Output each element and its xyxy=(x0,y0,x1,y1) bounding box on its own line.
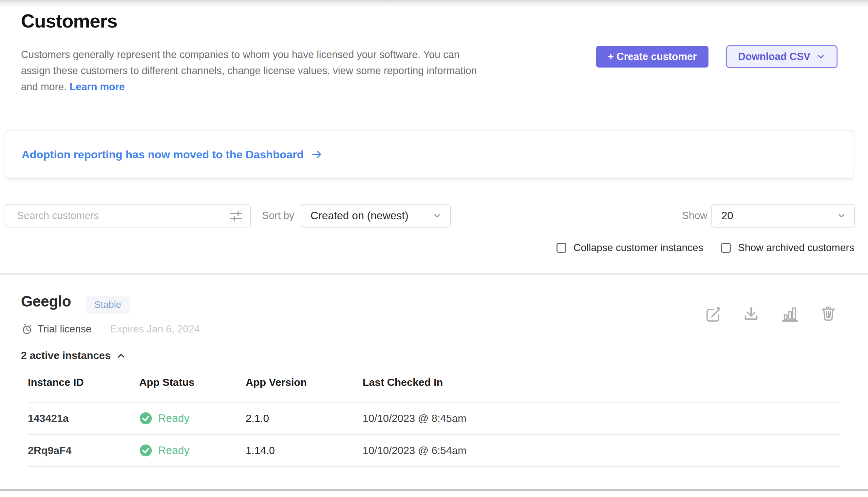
chevron-down-icon xyxy=(432,211,442,221)
edit-icon xyxy=(703,304,722,323)
app-version-cell: 2.1.0 xyxy=(246,412,363,425)
section-divider xyxy=(0,273,868,275)
sliders-icon[interactable] xyxy=(229,209,243,223)
sort-by-label: Sort by xyxy=(262,210,294,222)
download-csv-button[interactable]: Download CSV xyxy=(726,45,838,68)
license-type: Trial license xyxy=(38,323,91,335)
collapse-instances-label: Collapse customer instances xyxy=(574,242,703,254)
app-version-cell: 1.14.0 xyxy=(246,444,363,457)
check-circle-icon xyxy=(139,444,152,457)
delete-customer-button[interactable] xyxy=(819,304,838,323)
customers-page: Customers Customers generally represent … xyxy=(0,0,868,497)
bar-chart-icon xyxy=(781,304,799,323)
edit-customer-button[interactable] xyxy=(703,304,722,323)
show-archived-label: Show archived customers xyxy=(738,242,854,254)
adoption-banner-text: Adoption reporting has now moved to the … xyxy=(21,148,304,161)
trash-icon xyxy=(819,304,838,323)
column-header-instance-id: Instance ID xyxy=(28,377,139,388)
sort-select-value: Created on (newest) xyxy=(310,210,409,222)
learn-more-link[interactable]: Learn more xyxy=(70,81,125,93)
bottom-divider xyxy=(0,489,868,491)
stopwatch-icon xyxy=(21,323,33,335)
customer-name: Geeglo xyxy=(21,293,71,310)
last-checked-in-cell: 10/10/2023 @ 6:54am xyxy=(363,444,840,457)
show-archived-checkbox[interactable]: Show archived customers xyxy=(721,242,854,254)
channel-badge: Stable xyxy=(86,296,130,314)
table-row: 143421a Ready 2.1.0 10/10/2023 @ 8:45am xyxy=(28,402,840,435)
description-line: assign these customers to different chan… xyxy=(21,65,477,76)
download-icon xyxy=(742,304,760,323)
arrow-right-icon xyxy=(310,148,323,161)
page-description: Customers generally represent the compan… xyxy=(21,46,571,95)
instance-id-cell: 2Rq9aF4 xyxy=(28,444,139,457)
license-expiry: Expires Jan 6, 2024 xyxy=(110,323,200,335)
customer-actions xyxy=(703,304,838,323)
chevron-up-icon xyxy=(116,351,127,361)
chevron-down-icon xyxy=(837,211,847,221)
instance-table: Instance ID App Status App Version Last … xyxy=(28,377,840,467)
table-row: 2Rq9aF4 Ready 1.14.0 10/10/2023 @ 6:54am xyxy=(28,435,840,467)
show-label: Show xyxy=(682,210,707,222)
sort-select[interactable]: Created on (newest) xyxy=(301,204,451,228)
table-header-row: Instance ID App Status App Version Last … xyxy=(28,377,840,402)
adoption-banner[interactable]: Adoption reporting has now moved to the … xyxy=(4,130,854,179)
show-select-value: 20 xyxy=(721,210,733,222)
app-status-label: Ready xyxy=(158,412,189,425)
description-line: Customers generally represent the compan… xyxy=(21,49,459,60)
download-csv-label: Download CSV xyxy=(738,51,810,62)
column-header-last-checked-in: Last Checked In xyxy=(363,377,840,388)
instance-id-cell: 143421a xyxy=(28,412,139,425)
customer-analytics-button[interactable] xyxy=(780,304,799,323)
column-header-app-status: App Status xyxy=(139,377,246,388)
app-status-cell: Ready xyxy=(139,444,246,457)
app-status-label: Ready xyxy=(158,444,189,457)
column-header-app-version: App Version xyxy=(246,377,363,388)
chevron-down-icon xyxy=(816,52,825,61)
create-customer-button[interactable]: + Create customer xyxy=(596,46,708,68)
top-shadow xyxy=(0,0,868,7)
collapse-instances-checkbox[interactable]: Collapse customer instances xyxy=(557,242,703,254)
list-options-row: Collapse customer instances Show archive… xyxy=(557,242,854,254)
check-circle-icon xyxy=(139,412,152,425)
description-line: and more. xyxy=(21,81,67,93)
instances-toggle[interactable]: 2 active instances xyxy=(21,350,127,361)
app-status-cell: Ready xyxy=(139,412,246,425)
checkbox-icon[interactable] xyxy=(721,243,731,253)
last-checked-in-cell: 10/10/2023 @ 8:45am xyxy=(363,412,840,425)
show-select[interactable]: 20 xyxy=(711,204,855,228)
search-input[interactable] xyxy=(4,204,251,228)
license-row: Trial license Expires Jan 6, 2024 xyxy=(21,323,200,335)
download-customer-button[interactable] xyxy=(741,304,761,323)
page-title: Customers xyxy=(21,10,117,32)
checkbox-icon[interactable] xyxy=(557,243,566,253)
instances-toggle-label: 2 active instances xyxy=(21,350,111,361)
